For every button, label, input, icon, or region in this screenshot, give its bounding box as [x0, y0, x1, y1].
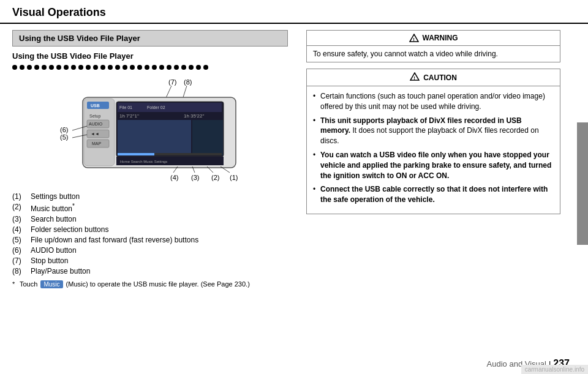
dot-separator	[12, 63, 288, 70]
main-content: Using the USB Video File Player Using th…	[0, 24, 588, 294]
list-item: (7) Stop button	[12, 256, 288, 265]
page-title: Visual Operations	[12, 6, 106, 19]
warning-triangle-icon: !	[409, 34, 419, 42]
caution-item: Certain functions (such as touch panel o…	[313, 91, 554, 112]
list-item: (4) Folder selection buttons	[12, 225, 288, 234]
page-header: Visual Operations	[0, 0, 588, 24]
device-container: (7) (8) File 01 Folder 02 1h 7'2''1'' 1h…	[49, 76, 251, 186]
caution-box: ! CAUTION Certain functions (such as tou…	[306, 69, 560, 214]
svg-text:1h 35'22'': 1h 35'22''	[184, 113, 205, 119]
svg-rect-14	[118, 153, 154, 155]
section-subtitle: Using the USB Video File Player	[12, 51, 288, 61]
list-item: (1) Settings button	[12, 192, 288, 201]
svg-text:AUDIO: AUDIO	[89, 122, 103, 126]
svg-text:!: !	[413, 37, 415, 42]
svg-text:File 01: File 01	[119, 105, 132, 110]
warning-icon: !	[409, 34, 419, 42]
svg-rect-6	[118, 103, 222, 112]
caution-list: Certain functions (such as touch panel o…	[313, 91, 554, 205]
footnote: * Touch Music (Music) to operate the USB…	[12, 280, 288, 288]
warning-body: To ensure safety, you cannot watch a vid…	[307, 46, 560, 62]
svg-rect-11	[118, 120, 191, 155]
svg-text:1h 7'2''1'': 1h 7'2''1''	[119, 113, 140, 119]
caution-item: You can watch a USB video file only when…	[313, 150, 554, 181]
svg-text:Setup: Setup	[89, 114, 100, 119]
music-badge: Music	[40, 280, 62, 288]
svg-text:(8): (8)	[184, 78, 192, 86]
list-item: (2) Music button*	[12, 203, 288, 213]
svg-text:USB: USB	[91, 103, 100, 108]
svg-text:(5): (5)	[60, 133, 68, 141]
svg-text:MAP: MAP	[92, 141, 102, 146]
caution-header: ! CAUTION	[307, 69, 560, 86]
svg-rect-12	[192, 120, 223, 155]
warning-header: ! WARNING	[307, 31, 560, 46]
caution-icon: !	[410, 72, 420, 81]
right-column: ! WARNING To ensure safety, you cannot w…	[300, 24, 570, 294]
section-header: Using the USB Video File Player	[12, 30, 288, 47]
device-illustration: (7) (8) File 01 Folder 02 1h 7'2''1'' 1h…	[49, 76, 251, 189]
caution-label: CAUTION	[423, 73, 457, 82]
item-list: (1) Settings button (2) Music button* (3…	[12, 192, 288, 275]
svg-text:!: !	[413, 75, 415, 81]
left-column: Using the USB Video File Player Using th…	[0, 24, 300, 294]
svg-text:Folder 02: Folder 02	[147, 105, 165, 110]
svg-text:(3): (3)	[191, 174, 199, 181]
caution-item: Connect the USB cable correctly so that …	[313, 184, 554, 205]
device-diagram: (7) (8) File 01 Folder 02 1h 7'2''1'' 1h…	[12, 76, 288, 186]
warning-box: ! WARNING To ensure safety, you cannot w…	[306, 30, 560, 62]
list-item: (3) Search button	[12, 215, 288, 223]
svg-text:(7): (7)	[168, 78, 176, 86]
svg-text:(6): (6)	[60, 126, 68, 133]
warning-label: WARNING	[423, 34, 458, 42]
list-item: (5) File up/down and fast forward (fast …	[12, 236, 288, 244]
caution-body: Certain functions (such as touch panel o…	[307, 86, 560, 214]
watermark: carmanualsonline.info	[521, 365, 588, 374]
svg-text:(1): (1)	[230, 174, 238, 181]
caution-item: This unit supports playback of DivX file…	[313, 116, 554, 146]
caution-triangle-icon: !	[410, 72, 420, 83]
list-item: (6) AUDIO button	[12, 246, 288, 255]
svg-text:(4): (4)	[170, 174, 178, 181]
svg-text:Home   Search   Music   Settin: Home Search Music Settings	[120, 160, 167, 163]
list-item: (8) Play/Pause button	[12, 267, 288, 275]
svg-text:◄◄: ◄◄	[91, 132, 99, 136]
sidebar-tab	[577, 122, 588, 245]
svg-text:(2): (2)	[211, 174, 219, 181]
